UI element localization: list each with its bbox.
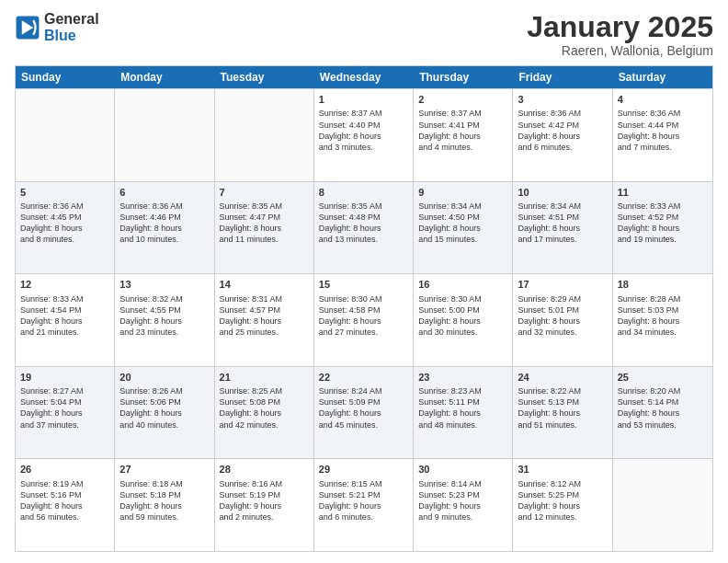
cell-text-line: and 48 minutes.	[418, 419, 507, 431]
cell-text-line: Sunset: 5:23 PM	[418, 489, 507, 500]
day-number: 15	[319, 278, 408, 291]
cell-text-line: Sunrise: 8:19 AM	[20, 478, 109, 489]
calendar-cell: 3Sunrise: 8:36 AMSunset: 4:42 PMDaylight…	[513, 89, 612, 181]
calendar-cell: 17Sunrise: 8:29 AMSunset: 5:01 PMDayligh…	[513, 274, 612, 366]
day-number: 28	[220, 463, 309, 476]
cell-text-line: Sunrise: 8:35 AM	[220, 201, 309, 212]
cell-text-line: and 30 minutes.	[418, 327, 507, 338]
day-number: 2	[418, 93, 507, 106]
day-number: 18	[618, 278, 708, 291]
cell-text-line: Sunset: 5:11 PM	[418, 396, 507, 408]
cell-text-line: Sunrise: 8:32 AM	[119, 293, 209, 304]
day-number: 25	[618, 371, 708, 384]
cell-text-line: and 21 minutes.	[20, 327, 109, 338]
calendar-cell: 31Sunrise: 8:12 AMSunset: 5:25 PMDayligh…	[513, 459, 612, 551]
cell-text-line: Sunset: 5:09 PM	[319, 396, 408, 408]
cell-text-line: and 53 minutes.	[618, 419, 708, 431]
day-number: 4	[618, 93, 708, 106]
cell-text-line: Sunset: 4:58 PM	[319, 304, 408, 316]
day-number: 21	[220, 371, 309, 384]
logo: General Blue	[15, 11, 99, 43]
calendar-row-5: 26Sunrise: 8:19 AMSunset: 5:16 PMDayligh…	[16, 458, 712, 551]
cell-text-line: Sunset: 5:14 PM	[618, 396, 708, 408]
cell-text-line: Sunrise: 8:35 AM	[319, 201, 408, 212]
cell-text-line: Sunrise: 8:26 AM	[119, 385, 209, 396]
calendar-cell: 28Sunrise: 8:16 AMSunset: 5:19 PMDayligh…	[215, 459, 314, 551]
calendar-cell: 8Sunrise: 8:35 AMSunset: 4:48 PMDaylight…	[314, 182, 414, 274]
calendar-cell: 18Sunrise: 8:28 AMSunset: 5:03 PMDayligh…	[613, 274, 712, 366]
day-number: 3	[518, 93, 607, 106]
day-number: 10	[518, 186, 607, 199]
cell-text-line: Sunset: 4:50 PM	[418, 212, 507, 223]
calendar-cell: 26Sunrise: 8:19 AMSunset: 5:16 PMDayligh…	[16, 459, 115, 551]
cell-text-line: Daylight: 8 hours	[618, 131, 708, 142]
calendar-row-4: 19Sunrise: 8:27 AMSunset: 5:04 PMDayligh…	[16, 366, 712, 459]
cell-text-line: Daylight: 8 hours	[518, 223, 607, 234]
cell-text-line: Sunset: 4:42 PM	[518, 120, 607, 131]
calendar-cell: 6Sunrise: 8:36 AMSunset: 4:46 PMDaylight…	[115, 182, 214, 274]
calendar-cell: 16Sunrise: 8:30 AMSunset: 5:00 PMDayligh…	[414, 274, 513, 366]
cell-text-line: and 8 minutes.	[20, 234, 109, 245]
cell-text-line: Sunset: 5:18 PM	[119, 489, 209, 500]
cell-text-line: Sunset: 4:45 PM	[20, 212, 109, 223]
cell-text-line: Sunrise: 8:24 AM	[319, 385, 408, 396]
calendar-cell: 19Sunrise: 8:27 AMSunset: 5:04 PMDayligh…	[16, 367, 115, 459]
calendar-cell: 12Sunrise: 8:33 AMSunset: 4:54 PMDayligh…	[16, 274, 115, 366]
cell-text-line: Daylight: 8 hours	[518, 408, 607, 419]
cell-text-line: and 6 minutes.	[518, 142, 607, 153]
cell-text-line: Daylight: 8 hours	[518, 316, 607, 327]
month-title: January 2025	[527, 11, 713, 43]
day-number: 19	[20, 371, 109, 384]
cell-text-line: Sunset: 5:00 PM	[418, 304, 507, 316]
cell-text-line: Daylight: 8 hours	[418, 223, 507, 234]
cell-text-line: Daylight: 8 hours	[418, 316, 507, 327]
cell-text-line: Daylight: 8 hours	[319, 131, 408, 142]
cell-text-line: Sunset: 5:08 PM	[220, 396, 309, 408]
cell-text-line: and 45 minutes.	[319, 419, 408, 431]
cell-text-line: Sunset: 4:51 PM	[518, 212, 607, 223]
cell-text-line: Sunset: 5:25 PM	[518, 489, 607, 500]
calendar-cell	[215, 89, 314, 181]
page-header: General Blue January 2025 Raeren, Wallon…	[15, 11, 713, 58]
cell-text-line: Sunrise: 8:30 AM	[319, 293, 408, 304]
cell-text-line: Sunrise: 8:22 AM	[518, 385, 607, 396]
cell-text-line: and 25 minutes.	[220, 327, 309, 338]
cell-text-line: and 7 minutes.	[618, 142, 708, 153]
calendar-cell: 7Sunrise: 8:35 AMSunset: 4:47 PMDaylight…	[215, 182, 314, 274]
calendar-cell: 13Sunrise: 8:32 AMSunset: 4:55 PMDayligh…	[115, 274, 214, 366]
cell-text-line: Sunset: 4:46 PM	[119, 212, 209, 223]
calendar-body: 1Sunrise: 8:37 AMSunset: 4:40 PMDaylight…	[16, 88, 712, 551]
day-number: 5	[20, 186, 109, 199]
cell-text-line: Sunset: 4:55 PM	[119, 304, 209, 316]
cell-text-line: Sunset: 5:04 PM	[20, 396, 109, 408]
cell-text-line: Daylight: 8 hours	[119, 500, 209, 511]
cell-text-line: Sunset: 5:01 PM	[518, 304, 607, 316]
cell-text-line: Sunset: 4:48 PM	[319, 212, 408, 223]
cell-text-line: and 3 minutes.	[319, 142, 408, 153]
day-number: 23	[418, 371, 507, 384]
cell-text-line: Sunset: 5:19 PM	[220, 489, 309, 500]
cell-text-line: Daylight: 8 hours	[618, 223, 708, 234]
day-number: 14	[220, 278, 309, 291]
calendar-cell: 4Sunrise: 8:36 AMSunset: 4:44 PMDaylight…	[613, 89, 712, 181]
day-number: 29	[319, 463, 408, 476]
cell-text-line: and 6 minutes.	[319, 511, 408, 523]
cell-text-line: Daylight: 9 hours	[418, 500, 507, 511]
cell-text-line: Sunrise: 8:37 AM	[418, 108, 507, 119]
calendar-cell: 25Sunrise: 8:20 AMSunset: 5:14 PMDayligh…	[613, 367, 712, 459]
day-number: 27	[119, 463, 209, 476]
day-number: 20	[119, 371, 209, 384]
cell-text-line: Sunrise: 8:12 AM	[518, 478, 607, 489]
cell-text-line: and 32 minutes.	[518, 327, 607, 338]
cell-text-line: Sunrise: 8:25 AM	[220, 385, 309, 396]
cell-text-line: and 42 minutes.	[220, 419, 309, 431]
calendar-cell: 5Sunrise: 8:36 AMSunset: 4:45 PMDaylight…	[16, 182, 115, 274]
cell-text-line: and 56 minutes.	[20, 511, 109, 523]
cell-text-line: and 17 minutes.	[518, 234, 607, 245]
cell-text-line: and 9 minutes.	[418, 511, 507, 523]
cell-text-line: Sunrise: 8:36 AM	[518, 108, 607, 119]
cell-text-line: and 11 minutes.	[220, 234, 309, 245]
cell-text-line: Sunrise: 8:36 AM	[20, 201, 109, 212]
header-day-monday: Monday	[115, 66, 214, 88]
cell-text-line: Daylight: 8 hours	[319, 223, 408, 234]
